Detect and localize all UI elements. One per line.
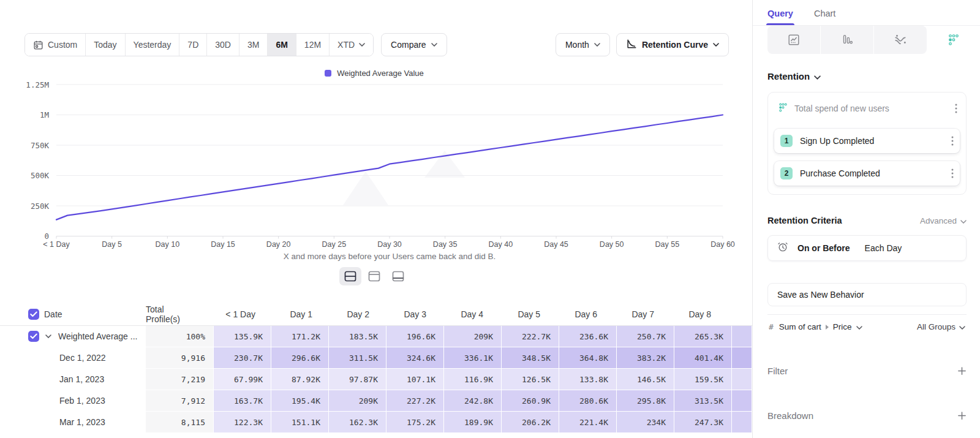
range-6m[interactable]: 6M: [268, 34, 296, 56]
range-12m[interactable]: 12M: [296, 34, 330, 56]
groups-dropdown[interactable]: All Groups: [917, 322, 965, 331]
criteria-condition-card[interactable]: On or Before Each Day: [767, 235, 967, 261]
retention-value-cell: 116.9K: [444, 369, 501, 390]
layout-split-button[interactable]: [339, 267, 361, 285]
row-label-cell[interactable]: Jan 1, 2023: [0, 369, 146, 390]
behavior-header[interactable]: Total spend of new users: [774, 99, 960, 121]
y-axis-tick-label: 0: [0, 232, 49, 241]
chart-type-insights-icon[interactable]: [767, 26, 820, 54]
chart-type-label: Retention Curve: [642, 40, 708, 50]
retention-value-cell: 236.6K: [559, 326, 616, 347]
granularity-button[interactable]: Month: [556, 33, 610, 56]
number-type-icon: #: [769, 322, 774, 331]
chart-type-flow-icon[interactable]: [874, 26, 927, 54]
column-header-label: < 1 Day: [213, 309, 270, 319]
range-30d[interactable]: 30D: [207, 34, 239, 56]
add-breakdown-button[interactable]: [957, 411, 967, 420]
range-3m[interactable]: 3M: [239, 34, 268, 56]
advanced-dropdown[interactable]: Advanced: [920, 216, 967, 225]
breakdown-section: Breakdown: [767, 408, 967, 423]
row-label: Feb 1, 2023: [59, 396, 105, 406]
save-as-new-behavior-button[interactable]: Save as New Behavior: [767, 283, 967, 306]
retention-value-cell: 260.9K: [502, 390, 559, 411]
event-menu-button[interactable]: [951, 136, 954, 146]
retention-value-cell: 250.7K: [617, 326, 674, 347]
row-label-cell[interactable]: Feb 1, 2023: [0, 390, 146, 411]
retention-value-cell: 163.7K: [214, 390, 271, 411]
metric-property-dropdown[interactable]: Sum of cart Price: [779, 322, 862, 331]
x-axis-title: X and more days before your Users came b…: [56, 252, 723, 261]
row-label-cell[interactable]: Weighted Average ...: [0, 326, 146, 347]
chart-type-bar-icon[interactable]: [821, 26, 873, 54]
filter-section: Filter: [767, 363, 967, 378]
expand-chevron-icon[interactable]: [45, 334, 51, 338]
row-label-cell[interactable]: Dec 1, 2022: [0, 347, 146, 368]
column-header-label: Day 8: [669, 309, 726, 319]
query-type-dropdown[interactable]: Retention: [767, 71, 967, 81]
chart-type-button[interactable]: Retention Curve: [616, 33, 729, 56]
range-today[interactable]: Today: [86, 34, 125, 56]
layout-table-only-button[interactable]: [387, 267, 409, 285]
breakdown-label: Breakdown: [767, 410, 813, 421]
range-custom[interactable]: Custom: [25, 34, 86, 56]
column-header-label: Day 4: [441, 309, 498, 319]
tab-query[interactable]: Query: [767, 8, 793, 25]
chart-legend[interactable]: Weighted Average Value: [0, 69, 748, 78]
retention-value-cell: 171.2K: [271, 326, 328, 347]
metric-property-label: Price: [833, 322, 852, 331]
behavior-title: Total spend of new users: [794, 104, 889, 113]
total-profiles-cell: 100%: [146, 326, 213, 347]
retention-value-cell-clipped: [732, 412, 752, 432]
retention-value-cell-clipped: [732, 390, 752, 411]
behavior-menu-button[interactable]: [955, 104, 957, 113]
chart-type-retention-icon[interactable]: [927, 26, 980, 54]
range-7d[interactable]: 7D: [179, 34, 207, 56]
criteria-condition-label: On or Before: [797, 243, 850, 253]
report-toolbar: CustomTodayYesterday7D30D3M6M12MXTD Comp…: [24, 33, 729, 56]
event-menu-button[interactable]: [951, 168, 954, 178]
date-range-group: CustomTodayYesterday7D30D3M6M12MXTD: [24, 33, 374, 56]
add-filter-button[interactable]: [957, 366, 967, 376]
range-xtd[interactable]: XTD: [330, 34, 373, 56]
range-yesterday[interactable]: Yesterday: [126, 34, 180, 56]
retention-value-cell-clipped: [732, 326, 752, 347]
retention-value-cell: 196.6K: [386, 326, 443, 347]
retention-value-cell: 107.1K: [386, 369, 443, 390]
row-label-cell[interactable]: Mar 1, 2023: [0, 412, 146, 432]
chevron-down-icon: [594, 43, 600, 47]
retention-curve-icon: [626, 39, 637, 51]
retention-criteria-title: Retention Criteria: [767, 216, 842, 225]
retention-value-cell: 247.3K: [674, 412, 731, 432]
retention-report-page: CustomTodayYesterday7D30D3M6M12MXTD Comp…: [0, 0, 980, 438]
legend-swatch: [325, 70, 331, 77]
tab-chart[interactable]: Chart: [814, 8, 835, 25]
x-axis-tick-label: Day 50: [600, 240, 624, 249]
select-all-checkbox[interactable]: [28, 309, 39, 320]
groups-label: All Groups: [917, 322, 956, 331]
retention-value-cell-clipped: [732, 347, 752, 368]
row-label: Weighted Average ...: [58, 331, 137, 341]
metric-row: # Sum of cart Price All Groups: [767, 315, 967, 331]
row-checkbox[interactable]: [28, 331, 39, 342]
retention-value-cell: 221.4K: [559, 412, 616, 432]
layout-chart-only-button[interactable]: [363, 267, 385, 285]
retention-value-cell: 313.5K: [674, 390, 731, 411]
behavior-icon: [778, 102, 788, 115]
retention-value-cell: 87.92K: [271, 369, 328, 390]
event-row-1[interactable]: 1 Sign Up Completed: [774, 129, 960, 153]
chevron-down-icon: [959, 322, 965, 331]
table-header-row: DateTotal Profile(s)< 1 DayDay 1Day 2Day…: [0, 303, 755, 326]
chevron-down-icon: [431, 43, 437, 47]
total-profiles-cell: 7,912: [146, 390, 213, 411]
x-axis-tick-label: Day 10: [156, 240, 180, 249]
range-label: Yesterday: [134, 40, 172, 50]
total-profiles-cell: 9,916: [146, 347, 213, 368]
compare-button[interactable]: Compare: [381, 33, 447, 56]
chevron-down-icon: [960, 216, 967, 225]
event-row-2[interactable]: 2 Purchase Completed: [774, 161, 960, 186]
column-header-label: Date: [44, 309, 62, 319]
retention-value-cell: 126.5K: [502, 369, 559, 390]
retention-value-cell: 133.8K: [559, 369, 616, 390]
query-builder: Retention Total spend of new users 1 Sig…: [753, 71, 980, 423]
chart-plot: [0, 80, 753, 263]
